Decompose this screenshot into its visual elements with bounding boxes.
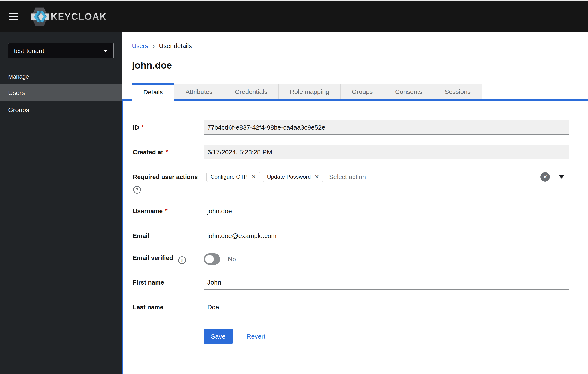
- required-asterisk: *: [142, 124, 144, 130]
- sidebar: test-tenant Manage Users Groups: [0, 32, 122, 374]
- email-verified-label: Email verified ?: [133, 254, 204, 264]
- help-icon[interactable]: ?: [133, 186, 141, 194]
- created-at-label: Created at*: [133, 149, 204, 156]
- remove-chip-icon[interactable]: ✕: [251, 174, 256, 179]
- remove-chip-icon[interactable]: ✕: [315, 174, 319, 179]
- tab-bar: Details Attributes Credentials Role mapp…: [122, 84, 588, 99]
- keycloak-logo: KEYCLOAK: [31, 7, 107, 27]
- realm-selector[interactable]: test-tenant: [8, 43, 114, 58]
- breadcrumb-link-users[interactable]: Users: [132, 42, 148, 50]
- revert-button[interactable]: Revert: [246, 333, 265, 340]
- realm-selector-value: test-tenant: [14, 47, 44, 54]
- id-input[interactable]: [204, 120, 569, 135]
- last-name-label: Last name: [133, 304, 204, 311]
- form-row-email: Email: [133, 229, 569, 243]
- save-button[interactable]: Save: [204, 329, 233, 344]
- breadcrumb: Users › User details: [122, 32, 588, 50]
- email-verified-state: No: [228, 256, 236, 263]
- tab-underline: [122, 99, 588, 101]
- tab-credentials[interactable]: Credentials: [223, 84, 278, 99]
- tab-attributes[interactable]: Attributes: [174, 84, 224, 99]
- sidebar-divider: [0, 65, 122, 65]
- masthead: KEYCLOAK: [0, 1, 588, 32]
- breadcrumb-separator-icon: ›: [152, 43, 155, 49]
- form-row-required-actions: Required user actions ? Configure OTP ✕ …: [133, 170, 569, 194]
- hamburger-icon: [9, 13, 18, 14]
- username-input[interactable]: [204, 204, 569, 218]
- created-at-input[interactable]: [204, 145, 569, 159]
- form-row-created-at: Created at*: [133, 145, 569, 159]
- chevron-down-icon: [104, 50, 108, 52]
- required-asterisk: *: [165, 208, 168, 214]
- form-row-id: ID*: [133, 120, 569, 135]
- last-name-input[interactable]: [204, 300, 569, 314]
- form-actions: Save Revert: [204, 329, 569, 344]
- chevron-down-icon[interactable]: [559, 175, 564, 179]
- main-content: Users › User details john.doe Details At…: [122, 32, 588, 374]
- username-label: Username*: [133, 208, 204, 215]
- email-input[interactable]: [204, 229, 569, 243]
- form-row-last-name: Last name: [133, 300, 569, 314]
- required-asterisk: *: [166, 149, 168, 155]
- brand-wordmark: KEYCLOAK: [51, 11, 107, 22]
- tab-details[interactable]: Details: [132, 83, 174, 101]
- sidebar-nav: Users Groups: [0, 84, 122, 118]
- nav-section-title: Manage: [8, 73, 122, 80]
- clear-selection-icon[interactable]: ✕: [540, 172, 550, 182]
- email-verified-toggle[interactable]: [204, 253, 220, 265]
- nav-toggle-button[interactable]: [9, 13, 18, 21]
- tab-role-mapping[interactable]: Role mapping: [278, 84, 340, 99]
- select-placeholder: Select action: [329, 173, 366, 181]
- email-label: Email: [133, 232, 204, 239]
- first-name-input[interactable]: [204, 275, 569, 290]
- form-row-email-verified: Email verified ? No: [133, 253, 569, 265]
- chip-configure-otp: Configure OTP ✕: [207, 172, 260, 182]
- page-title: john.doe: [132, 60, 588, 71]
- required-actions-label: Required user actions ?: [133, 170, 204, 194]
- required-actions-select[interactable]: Configure OTP ✕ Update Password ✕ Select…: [204, 170, 569, 184]
- tab-sessions[interactable]: Sessions: [433, 84, 482, 99]
- sidebar-item-groups[interactable]: Groups: [0, 101, 122, 118]
- breadcrumb-current: User details: [159, 42, 192, 50]
- first-name-label: First name: [133, 279, 204, 286]
- user-details-form: ID* Created at* Required user actions ? …: [122, 101, 588, 374]
- tab-groups[interactable]: Groups: [340, 84, 384, 99]
- keycloak-hexagon-icon: [31, 7, 49, 27]
- id-label: ID*: [133, 124, 204, 131]
- form-row-first-name: First name: [133, 275, 569, 290]
- chip-update-password: Update Password ✕: [263, 172, 323, 182]
- form-row-username: Username*: [133, 204, 569, 218]
- sidebar-item-users[interactable]: Users: [0, 84, 122, 101]
- help-icon[interactable]: ?: [178, 256, 186, 264]
- tab-consents[interactable]: Consents: [384, 84, 433, 99]
